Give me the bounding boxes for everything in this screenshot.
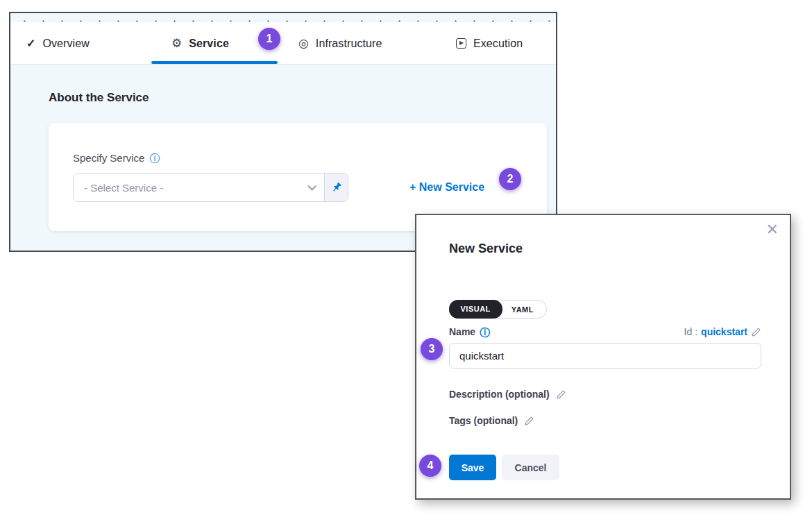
info-icon[interactable]: ⓘ [480,327,490,337]
name-label-row: Name ⓘ Id : quickstart [449,326,761,337]
section-heading: About the Service [49,91,556,105]
description-row: Description (optional) [449,389,566,400]
service-select-placeholder: - Select Service - [84,182,163,194]
modal-title: New Service [449,242,523,256]
tab-infrastructure[interactable]: ◎ Infrastructure [298,22,382,65]
id-label: Id : [684,326,697,337]
gear-icon: ⚙ [171,37,182,49]
tags-row: Tags (optional) [449,415,534,426]
active-tab-underline [151,61,278,64]
edit-pencil-icon[interactable] [524,416,534,426]
info-icon[interactable]: ⓘ [149,153,160,163]
stage-tabbar: ✓ Overview ⚙ Service ◎ Infrastructure Ex… [10,22,556,65]
name-input[interactable] [449,343,761,369]
tab-overview-label: Overview [42,37,89,50]
specify-service-label-row: Specify Service ⓘ [73,152,547,164]
visual-yaml-toggle: VISUAL YAML [449,300,547,319]
pushpin-icon [331,182,342,193]
step-badge-2: 2 [499,168,521,190]
tab-execution-label: Execution [473,37,523,50]
tab-service[interactable]: ⚙ Service [171,22,229,65]
screenshot-stage: ✓ Overview ⚙ Service ◎ Infrastructure Ex… [0,0,812,524]
save-button[interactable]: Save [449,455,496,480]
service-id-wrap: Id : quickstart [684,326,761,337]
edit-pencil-icon[interactable] [751,327,761,337]
tab-infrastructure-label: Infrastructure [316,37,382,50]
name-label: Name [449,326,475,337]
tab-execution[interactable]: Execution [456,22,523,65]
description-label: Description (optional) [449,389,550,400]
tab-overview[interactable]: ✓ Overview [26,22,90,65]
name-label-wrap: Name ⓘ [449,326,490,337]
modal-actions: Save Cancel [449,455,559,480]
canvas-dots-strip [10,13,556,22]
step-badge-3: 3 [421,338,443,360]
play-square-icon [456,38,466,49]
close-icon[interactable]: ✕ [766,222,779,237]
select-service-row: - Select Service - [73,173,547,202]
cancel-button[interactable]: Cancel [502,455,559,480]
step-badge-4: 4 [419,455,441,477]
chevron-down-icon [307,182,316,191]
service-select[interactable]: - Select Service - [73,173,348,202]
service-select-field[interactable]: - Select Service - [74,174,324,201]
edit-pencil-icon[interactable] [556,389,566,400]
pin-toggle[interactable] [324,174,348,201]
toggle-yaml[interactable]: YAML [502,301,546,318]
specify-service-label: Specify Service [73,152,144,164]
tab-service-label: Service [189,37,229,50]
toggle-visual[interactable]: VISUAL [449,300,502,319]
step-badge-1: 1 [258,28,280,50]
bullseye-icon: ◎ [298,37,309,49]
id-value: quickstart [701,326,747,337]
tags-label: Tags (optional) [449,415,518,426]
new-service-link[interactable]: + New Service [409,181,484,194]
check-icon: ✓ [26,37,35,50]
new-service-modal: ✕ New Service VISUAL YAML Name ⓘ Id : qu… [415,214,791,500]
